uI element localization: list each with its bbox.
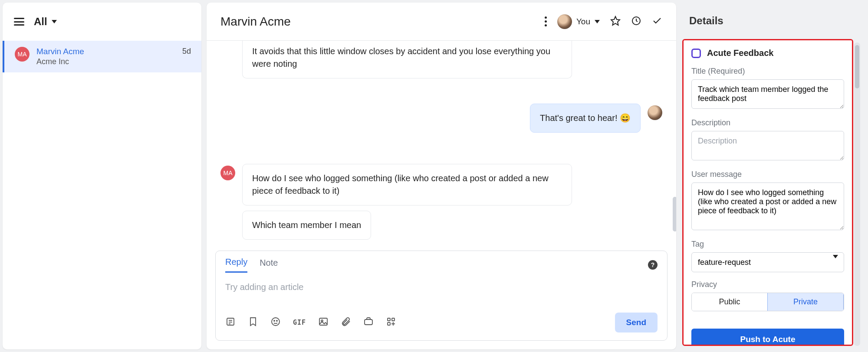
- description-input[interactable]: [691, 131, 844, 160]
- saved-replies-icon[interactable]: [225, 316, 236, 329]
- acute-logo-icon: [691, 49, 701, 58]
- emoji-icon[interactable]: [270, 316, 281, 329]
- user-message-input[interactable]: [691, 183, 844, 230]
- sender-avatar: [648, 105, 662, 120]
- svg-rect-12: [388, 318, 390, 321]
- scrollbar-thumb[interactable]: [673, 197, 676, 231]
- image-icon[interactable]: [318, 316, 329, 329]
- acute-feedback-card: Acute Feedback Title (Required) Descript…: [682, 39, 853, 346]
- help-icon[interactable]: ?: [648, 260, 658, 270]
- avatar: MA: [15, 47, 30, 62]
- assignee-label: You: [576, 17, 590, 26]
- svg-rect-14: [388, 323, 390, 325]
- conversation-company: Acme Inc: [36, 57, 175, 66]
- send-button[interactable]: Send: [615, 313, 658, 332]
- card-icon[interactable]: [363, 316, 374, 329]
- assignee-avatar: [557, 14, 572, 29]
- title-label: Title (Required): [691, 67, 844, 76]
- scrollbar-track[interactable]: [854, 42, 860, 346]
- svg-point-8: [276, 320, 277, 321]
- more-actions-icon[interactable]: [545, 16, 547, 26]
- svg-rect-11: [365, 319, 372, 325]
- svg-rect-9: [319, 318, 327, 325]
- privacy-private-button[interactable]: Private: [767, 293, 844, 311]
- close-conversation-icon[interactable]: [652, 16, 662, 28]
- apps-icon[interactable]: [386, 316, 396, 329]
- tab-reply[interactable]: Reply: [225, 257, 247, 273]
- scrollbar-thumb[interactable]: [855, 45, 859, 88]
- message-bubble-in: It avoids that this little window closes…: [242, 41, 572, 78]
- composer: Reply Note ? Try adding an article GIF S…: [215, 251, 667, 341]
- chevron-down-icon: [595, 20, 600, 23]
- message-bubble-in: Which team member I mean: [242, 211, 371, 240]
- conversation-list-panel: All MA Marvin Acme Acme Inc 5d: [3, 3, 201, 349]
- star-icon[interactable]: [610, 16, 621, 28]
- avatar: MA: [220, 166, 235, 180]
- chat-panel: Marvin Acme You: [207, 3, 676, 349]
- inbox-filter-label: All: [34, 16, 47, 28]
- attachment-icon[interactable]: [341, 316, 351, 329]
- conversation-time: 5d: [182, 47, 191, 56]
- inbox-filter-dropdown[interactable]: All: [34, 16, 57, 28]
- description-label: Description: [691, 118, 844, 127]
- svg-point-15: [393, 323, 394, 324]
- gif-icon[interactable]: GIF: [293, 319, 306, 326]
- title-input[interactable]: [691, 79, 844, 109]
- chat-body: It avoids that this little window closes…: [207, 41, 676, 251]
- tag-label: Tag: [691, 240, 844, 249]
- privacy-public-button[interactable]: Public: [692, 293, 767, 311]
- snooze-icon[interactable]: [631, 16, 641, 28]
- user-message-label: User message: [691, 170, 844, 179]
- conversation-item[interactable]: MA Marvin Acme Acme Inc 5d: [3, 41, 201, 72]
- message-bubble-in: How do I see who logged something (like …: [242, 164, 572, 205]
- menu-icon[interactable]: [14, 18, 24, 26]
- svg-rect-13: [392, 318, 395, 321]
- svg-marker-0: [611, 16, 620, 25]
- chevron-down-icon: [52, 20, 57, 23]
- push-to-acute-button[interactable]: Push to Acute: [691, 329, 844, 346]
- message-bubble-out: That's great to hear! 😄: [530, 104, 641, 133]
- svg-point-6: [272, 318, 279, 326]
- svg-point-7: [274, 320, 275, 321]
- tag-select[interactable]: feature-request: [691, 252, 844, 272]
- details-title: Details: [689, 15, 723, 27]
- composer-input[interactable]: Try adding an article: [216, 273, 667, 307]
- conversation-name: Marvin Acme: [36, 47, 175, 56]
- chat-title: Marvin Acme: [220, 15, 545, 29]
- acute-card-title: Acute Feedback: [707, 48, 773, 58]
- privacy-label: Privacy: [691, 280, 844, 289]
- bookmark-icon[interactable]: [248, 316, 258, 329]
- assignee-dropdown[interactable]: You: [557, 14, 600, 29]
- privacy-toggle: Public Private: [691, 293, 844, 311]
- tab-note[interactable]: Note: [260, 258, 278, 272]
- details-panel: Details Acute Feedback Title (Required) …: [679, 0, 868, 352]
